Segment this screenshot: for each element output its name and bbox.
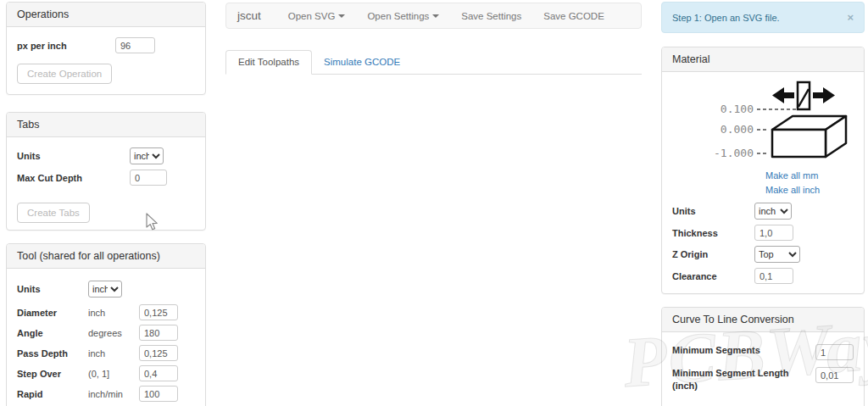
top-navbar: jscut Open SVG Open Settings Save Settin…: [225, 3, 642, 29]
operations-panel: Operations px per inch Create Operation: [6, 2, 206, 95]
tab-simulate-gcode[interactable]: Simulate GCODE: [312, 51, 412, 75]
angle-input[interactable]: [139, 325, 178, 341]
move-left-arrow-icon: [772, 87, 794, 103]
tool-units-select[interactable]: inch: [88, 281, 122, 298]
material-bottom-label: -1.000: [714, 147, 754, 159]
tool-units-label: Units: [17, 284, 88, 294]
tool-row-label: Rapid: [17, 389, 88, 399]
open-svg-menu[interactable]: Open SVG: [277, 11, 357, 21]
save-gcode-button[interactable]: Save GCODE: [532, 11, 615, 21]
cutter-bit-icon: [798, 82, 810, 109]
tabs-panel-title: Tabs: [7, 113, 205, 137]
main-area: jscut Open SVG Open Settings Save Settin…: [225, 3, 642, 75]
tabs-panel: Tabs Units inch Max Cut Depth Create Tab…: [6, 112, 206, 231]
jscut-app: Operations px per inch Create Operation …: [0, 0, 868, 406]
view-tabs: Edit Toolpaths Simulate GCODE: [225, 47, 642, 75]
px-per-inch-label: px per inch: [17, 41, 115, 51]
min-segment-length-label: Minimum Segment Length (inch): [672, 367, 815, 392]
tool-row-diameter: Diameter inch: [17, 304, 195, 320]
curve-to-line-panel: Curve To Line Conversion Minimum Segment…: [661, 307, 865, 406]
tabs-units-select[interactable]: inch: [130, 147, 164, 164]
caret-down-icon: [432, 14, 439, 18]
step-alert-text: Step 1: Open an SVG file.: [672, 13, 847, 23]
tool-row-unit: inch: [88, 308, 139, 318]
close-icon[interactable]: ×: [847, 12, 854, 23]
z-origin-label: Z Origin: [672, 249, 754, 259]
tool-panel: Tool (shared for all operations) Units i…: [6, 243, 206, 406]
move-right-arrow-icon: [813, 87, 835, 103]
tool-row-unit: inch: [88, 348, 139, 359]
make-all-mm-link[interactable]: Make all mm: [765, 169, 854, 183]
left-sidebar: Operations px per inch Create Operation …: [6, 2, 206, 406]
px-per-inch-input[interactable]: [115, 37, 155, 53]
tool-row-step-over: Step Over (0, 1]: [17, 365, 195, 381]
step-over-input[interactable]: [139, 365, 178, 381]
max-cut-depth-label: Max Cut Depth: [17, 173, 130, 183]
create-operation-button[interactable]: Create Operation: [17, 64, 112, 84]
thickness-label: Thickness: [672, 228, 754, 238]
caret-down-icon: [338, 14, 345, 18]
right-sidebar: Step 1: Open an SVG file. × Material: [661, 2, 865, 406]
material-diagram: 0.100 0.000 -1.000: [704, 79, 868, 167]
material-panel-title: Material: [662, 47, 864, 72]
tool-row-unit: (0, 1]: [88, 369, 139, 379]
curve-panel-title: Curve To Line Conversion: [662, 308, 864, 332]
material-top-label: 0.000: [721, 123, 754, 136]
open-settings-menu[interactable]: Open Settings: [356, 11, 450, 21]
operations-panel-title: Operations: [7, 3, 205, 27]
mouse-cursor-icon: [146, 213, 159, 231]
material-panel: Material: [661, 47, 865, 294]
create-tabs-button[interactable]: Create Tabs: [17, 203, 90, 223]
tool-row-rapid: Rapid inch/min: [17, 386, 195, 402]
max-cut-depth-input[interactable]: [130, 170, 167, 186]
min-segments-label: Minimum Segments: [672, 344, 815, 357]
min-segments-input[interactable]: [815, 344, 854, 360]
material-units-select[interactable]: inch: [754, 203, 792, 220]
diameter-input[interactable]: [139, 304, 178, 320]
tool-row-label: Pass Depth: [17, 348, 88, 359]
tool-panel-title: Tool (shared for all operations): [7, 244, 205, 269]
z-origin-select[interactable]: Top: [754, 246, 800, 263]
clearance-input[interactable]: [754, 268, 793, 284]
tool-row-label: Step Over: [17, 369, 88, 379]
step-alert: Step 1: Open an SVG file. ×: [661, 2, 865, 33]
tool-row-pass-depth: Pass Depth inch: [17, 345, 195, 361]
tool-row-label: Diameter: [17, 308, 88, 318]
tool-row-unit: degrees: [88, 328, 139, 338]
save-settings-button[interactable]: Save Settings: [450, 11, 532, 21]
tool-row-unit: inch/min: [88, 389, 139, 399]
rapid-input[interactable]: [139, 386, 178, 402]
app-brand: jscut: [231, 9, 267, 22]
tab-edit-toolpaths[interactable]: Edit Toolpaths: [225, 50, 312, 75]
tool-row-label: Angle: [17, 328, 88, 338]
pass-depth-input[interactable]: [139, 345, 178, 361]
tabs-units-label: Units: [17, 151, 130, 161]
make-all-inch-link[interactable]: Make all inch: [765, 183, 854, 197]
bit-z-label: 0.100: [721, 103, 754, 115]
tool-row-angle: Angle degrees: [17, 325, 195, 341]
min-segment-length-input[interactable]: [815, 367, 854, 383]
material-block-icon: [772, 116, 846, 157]
material-units-label: Units: [672, 206, 754, 216]
clearance-label: Clearance: [672, 271, 754, 281]
thickness-input[interactable]: [754, 225, 793, 241]
